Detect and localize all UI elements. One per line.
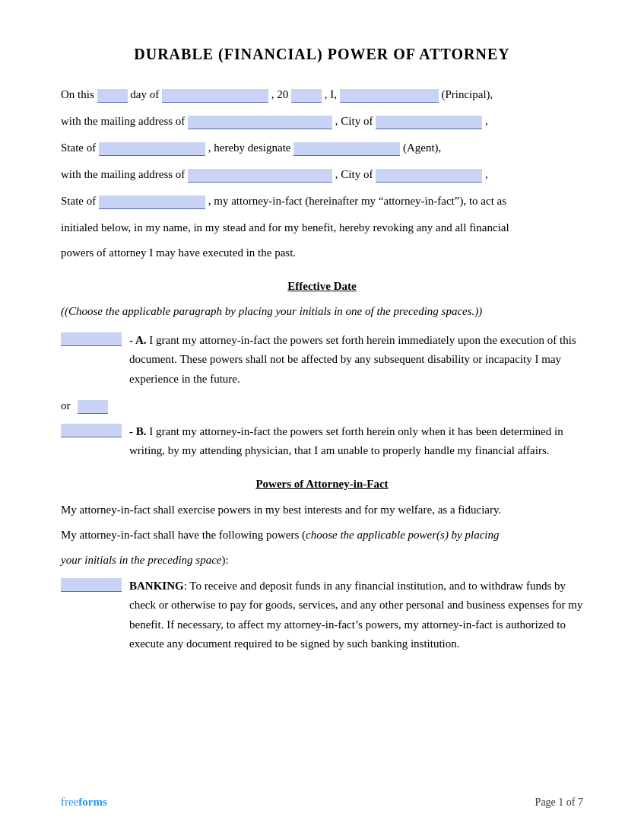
option-a-row: - A. I grant my attorney-in-fact the pow… bbox=[61, 331, 583, 389]
intro-text-1: On this bbox=[61, 88, 94, 100]
powers-intro-2: My attorney-in-fact shall have the follo… bbox=[61, 525, 583, 545]
powers-section-title: Powers of Attorney-in-Fact bbox=[61, 478, 583, 491]
intro-text-8: , bbox=[485, 115, 488, 127]
option-b-text: - B. I grant my attorney-in-fact the pow… bbox=[129, 422, 583, 461]
principal-state-field[interactable] bbox=[99, 142, 205, 156]
principal-address-field[interactable] bbox=[188, 116, 332, 129]
intro-continued-2: powers of attorney I may have executed i… bbox=[61, 243, 583, 263]
intro-line-1: On this day of , 20 , I, (Principal), bbox=[61, 84, 583, 105]
day-field[interactable] bbox=[97, 89, 128, 103]
powers-intro-1: My attorney-in-fact shall exercise power… bbox=[61, 500, 583, 520]
or-blank bbox=[78, 400, 108, 414]
page-number: Page 1 of 7 bbox=[535, 796, 583, 809]
effective-date-note: ((Choose the applicable paragraph by pla… bbox=[61, 302, 583, 322]
banking-initials-field[interactable] bbox=[61, 578, 122, 592]
intro-line-4: with the mailing address of , City of , bbox=[61, 164, 583, 185]
agent-address-field[interactable] bbox=[188, 169, 332, 183]
or-separator: or bbox=[61, 396, 583, 416]
document-page: DURABLE (FINANCIAL) POWER OF ATTORNEY On… bbox=[0, 0, 644, 836]
effective-date-title: Effective Date bbox=[61, 280, 583, 293]
option-b-initials-field[interactable] bbox=[61, 424, 122, 437]
intro-text-16: , my attorney-in-fact (hereinafter my “a… bbox=[208, 195, 506, 207]
intro-text-15: State of bbox=[61, 195, 99, 207]
intro-text-6: with the mailing address of bbox=[61, 115, 188, 127]
agent-city-field[interactable] bbox=[376, 169, 482, 183]
intro-line-5: State of , my attorney-in-fact (hereinaf… bbox=[61, 191, 583, 211]
option-a-label: - A. bbox=[129, 334, 147, 346]
or-text: or bbox=[61, 399, 71, 412]
powers-intro-3: your initials in the preceding space): bbox=[61, 550, 583, 571]
powers-italic-2: your initials in the preceding space bbox=[61, 554, 222, 566]
principal-name-field[interactable] bbox=[340, 89, 439, 103]
option-a-text: - A. I grant my attorney-in-fact the pow… bbox=[129, 331, 583, 389]
option-a-initials-field[interactable] bbox=[61, 332, 122, 346]
intro-text-11: (Agent), bbox=[403, 141, 441, 154]
intro-text-5: (Principal), bbox=[441, 88, 493, 100]
intro-text-12: with the mailing address of bbox=[61, 168, 188, 180]
banking-row: BANKING: To receive and deposit funds in… bbox=[61, 577, 583, 654]
powers-italic: choose the applicable power(s) by placin… bbox=[306, 529, 500, 541]
intro-line-3: State of , hereby designate (Agent), bbox=[61, 138, 583, 158]
italic-note-text: (Choose the applicable paragraph by plac… bbox=[65, 305, 478, 317]
banking-text: BANKING: To receive and deposit funds in… bbox=[129, 577, 583, 654]
intro-text-10: , hereby designate bbox=[208, 141, 293, 154]
year-field[interactable] bbox=[291, 89, 322, 103]
brand-logo: freeforms bbox=[61, 796, 107, 809]
intro-line-2: with the mailing address of , City of , bbox=[61, 111, 583, 132]
intro-text-2: day of bbox=[130, 88, 159, 100]
intro-continued: initialed below, in my name, in my stead… bbox=[61, 218, 583, 238]
month-field[interactable] bbox=[162, 89, 268, 103]
document-title: DURABLE (FINANCIAL) POWER OF ATTORNEY bbox=[61, 46, 583, 63]
intro-text-4: , I, bbox=[325, 88, 337, 100]
agent-state-field[interactable] bbox=[99, 195, 205, 209]
option-b-label: - B. bbox=[129, 425, 147, 437]
brand-forms: forms bbox=[78, 796, 107, 808]
intro-text-14: , bbox=[485, 168, 488, 180]
intro-text-3: , 20 bbox=[271, 88, 289, 100]
banking-label: BANKING bbox=[129, 580, 184, 592]
intro-text-13: , City of bbox=[335, 168, 376, 180]
footer: freeforms Page 1 of 7 bbox=[61, 796, 583, 809]
intro-text-7: , City of bbox=[335, 115, 376, 127]
principal-city-field[interactable] bbox=[376, 116, 482, 129]
intro-text-9: State of bbox=[61, 141, 99, 154]
brand-free: free bbox=[61, 796, 78, 808]
option-b-row: - B. I grant my attorney-in-fact the pow… bbox=[61, 422, 583, 461]
agent-name-field[interactable] bbox=[293, 142, 400, 156]
